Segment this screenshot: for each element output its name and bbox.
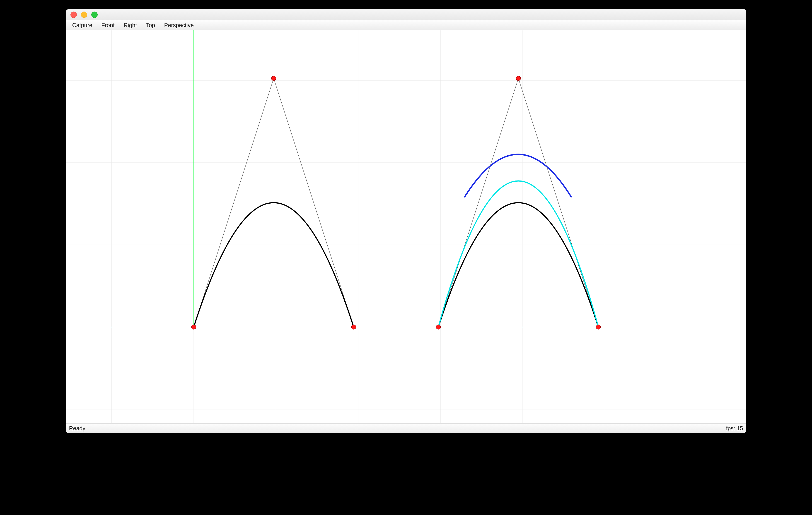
control-point-right-1[interactable] bbox=[596, 325, 601, 329]
scene-svg[interactable] bbox=[66, 30, 746, 423]
curve-right_blue bbox=[465, 154, 571, 197]
menu-front[interactable]: Front bbox=[97, 20, 119, 30]
menu-bar: Catpure Front Right Top Perspective bbox=[66, 20, 746, 30]
menu-capture[interactable]: Catpure bbox=[68, 20, 97, 30]
curve-left_black bbox=[194, 203, 354, 327]
curve-right_black bbox=[438, 203, 598, 327]
titlebar[interactable] bbox=[66, 9, 746, 20]
app-window: Catpure Front Right Top Perspective Read… bbox=[66, 9, 746, 433]
control-point-left-0[interactable] bbox=[192, 325, 196, 329]
menu-right[interactable]: Right bbox=[119, 20, 141, 30]
viewport[interactable] bbox=[66, 30, 746, 423]
control-point-left-apex[interactable] bbox=[271, 76, 276, 81]
status-left: Ready bbox=[69, 425, 85, 432]
control-point-left-1[interactable] bbox=[351, 325, 356, 329]
control-point-right-0[interactable] bbox=[436, 325, 441, 329]
minimize-icon[interactable] bbox=[81, 11, 87, 18]
close-icon[interactable] bbox=[70, 11, 77, 18]
control-point-right-apex[interactable] bbox=[516, 76, 521, 81]
menu-top[interactable]: Top bbox=[141, 20, 160, 30]
zoom-icon[interactable] bbox=[91, 11, 98, 18]
status-bar: Ready fps: 15 bbox=[66, 423, 746, 433]
status-right: fps: 15 bbox=[726, 425, 743, 432]
menu-perspective[interactable]: Perspective bbox=[160, 20, 199, 30]
